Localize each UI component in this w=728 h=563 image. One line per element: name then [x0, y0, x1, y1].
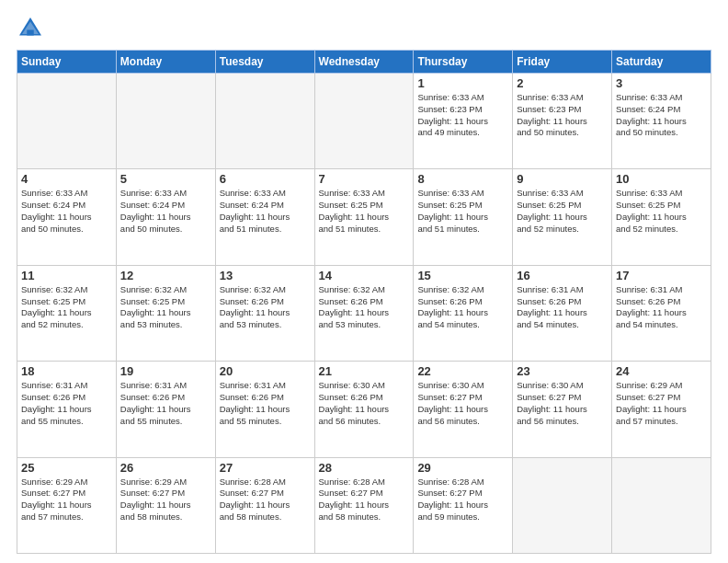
calendar-cell: 7Sunrise: 6:33 AM Sunset: 6:25 PM Daylig…: [314, 169, 414, 265]
logo: [17, 15, 48, 42]
day-number: 7: [319, 172, 410, 186]
day-number: 23: [517, 364, 608, 378]
calendar-cell: 28Sunrise: 6:28 AM Sunset: 6:27 PM Dayli…: [314, 457, 414, 553]
day-number: 10: [616, 172, 707, 186]
day-info: Sunrise: 6:31 AM Sunset: 6:26 PM Dayligh…: [21, 380, 112, 427]
calendar-header-tuesday: Tuesday: [215, 51, 314, 74]
day-info: Sunrise: 6:33 AM Sunset: 6:24 PM Dayligh…: [21, 188, 112, 235]
day-number: 11: [21, 269, 112, 282]
day-number: 28: [319, 461, 410, 475]
day-info: Sunrise: 6:33 AM Sunset: 6:23 PM Dayligh…: [517, 92, 608, 139]
calendar-cell: [17, 74, 117, 169]
calendar-header-row: SundayMondayTuesdayWednesdayThursdayFrid…: [17, 51, 711, 74]
day-info: Sunrise: 6:33 AM Sunset: 6:25 PM Dayligh…: [517, 188, 608, 235]
calendar-cell: 24Sunrise: 6:29 AM Sunset: 6:27 PM Dayli…: [612, 362, 711, 457]
day-number: 8: [417, 172, 508, 186]
svg-rect-2: [27, 30, 34, 36]
calendar-cell: 29Sunrise: 6:28 AM Sunset: 6:27 PM Dayli…: [414, 457, 513, 553]
calendar-cell: 1Sunrise: 6:33 AM Sunset: 6:23 PM Daylig…: [414, 74, 513, 169]
day-number: 16: [517, 269, 608, 282]
day-info: Sunrise: 6:29 AM Sunset: 6:27 PM Dayligh…: [21, 477, 112, 523]
day-number: 26: [120, 461, 211, 475]
day-info: Sunrise: 6:30 AM Sunset: 6:26 PM Dayligh…: [319, 380, 410, 427]
day-number: 13: [220, 269, 311, 282]
day-info: Sunrise: 6:28 AM Sunset: 6:27 PM Dayligh…: [319, 477, 410, 523]
calendar: SundayMondayTuesdayWednesdayThursdayFrid…: [17, 50, 711, 554]
calendar-cell: 14Sunrise: 6:32 AM Sunset: 6:26 PM Dayli…: [314, 265, 414, 361]
day-info: Sunrise: 6:33 AM Sunset: 6:25 PM Dayligh…: [319, 188, 410, 235]
calendar-cell: [116, 74, 215, 169]
calendar-header-saturday: Saturday: [612, 51, 711, 74]
day-info: Sunrise: 6:30 AM Sunset: 6:27 PM Dayligh…: [417, 380, 508, 427]
calendar-cell: 9Sunrise: 6:33 AM Sunset: 6:25 PM Daylig…: [513, 169, 612, 265]
calendar-cell: [215, 74, 314, 169]
calendar-week-4: 25Sunrise: 6:29 AM Sunset: 6:27 PM Dayli…: [17, 457, 711, 553]
day-number: 20: [220, 364, 311, 378]
calendar-cell: 20Sunrise: 6:31 AM Sunset: 6:26 PM Dayli…: [215, 362, 314, 457]
calendar-cell: 18Sunrise: 6:31 AM Sunset: 6:26 PM Dayli…: [17, 362, 117, 457]
day-number: 12: [120, 269, 211, 282]
day-info: Sunrise: 6:33 AM Sunset: 6:24 PM Dayligh…: [120, 188, 211, 235]
logo-icon: [17, 15, 44, 42]
day-number: 19: [120, 364, 211, 378]
calendar-week-3: 18Sunrise: 6:31 AM Sunset: 6:26 PM Dayli…: [17, 362, 711, 457]
day-info: Sunrise: 6:29 AM Sunset: 6:27 PM Dayligh…: [616, 380, 707, 427]
day-info: Sunrise: 6:33 AM Sunset: 6:24 PM Dayligh…: [220, 188, 311, 235]
day-number: 5: [120, 172, 211, 186]
day-info: Sunrise: 6:32 AM Sunset: 6:26 PM Dayligh…: [220, 284, 311, 331]
calendar-cell: 16Sunrise: 6:31 AM Sunset: 6:26 PM Dayli…: [513, 265, 612, 361]
calendar-cell: 10Sunrise: 6:33 AM Sunset: 6:25 PM Dayli…: [612, 169, 711, 265]
calendar-week-1: 4Sunrise: 6:33 AM Sunset: 6:24 PM Daylig…: [17, 169, 711, 265]
calendar-cell: 11Sunrise: 6:32 AM Sunset: 6:25 PM Dayli…: [17, 265, 117, 361]
calendar-cell: 13Sunrise: 6:32 AM Sunset: 6:26 PM Dayli…: [215, 265, 314, 361]
day-number: 21: [319, 364, 410, 378]
calendar-cell: 21Sunrise: 6:30 AM Sunset: 6:26 PM Dayli…: [314, 362, 414, 457]
calendar-cell: 17Sunrise: 6:31 AM Sunset: 6:26 PM Dayli…: [612, 265, 711, 361]
calendar-cell: 12Sunrise: 6:32 AM Sunset: 6:25 PM Dayli…: [116, 265, 215, 361]
calendar-cell: 27Sunrise: 6:28 AM Sunset: 6:27 PM Dayli…: [215, 457, 314, 553]
calendar-header-sunday: Sunday: [17, 51, 117, 74]
day-number: 22: [417, 364, 508, 378]
calendar-header-wednesday: Wednesday: [314, 51, 414, 74]
day-number: 24: [616, 364, 707, 378]
day-number: 4: [21, 172, 112, 186]
calendar-cell: 19Sunrise: 6:31 AM Sunset: 6:26 PM Dayli…: [116, 362, 215, 457]
calendar-week-0: 1Sunrise: 6:33 AM Sunset: 6:23 PM Daylig…: [17, 74, 711, 169]
day-info: Sunrise: 6:33 AM Sunset: 6:23 PM Dayligh…: [417, 92, 508, 139]
calendar-cell: 25Sunrise: 6:29 AM Sunset: 6:27 PM Dayli…: [17, 457, 117, 553]
day-info: Sunrise: 6:30 AM Sunset: 6:27 PM Dayligh…: [517, 380, 608, 427]
day-info: Sunrise: 6:32 AM Sunset: 6:26 PM Dayligh…: [319, 284, 410, 331]
calendar-week-2: 11Sunrise: 6:32 AM Sunset: 6:25 PM Dayli…: [17, 265, 711, 361]
day-info: Sunrise: 6:32 AM Sunset: 6:25 PM Dayligh…: [120, 284, 211, 331]
day-info: Sunrise: 6:28 AM Sunset: 6:27 PM Dayligh…: [417, 477, 508, 523]
day-info: Sunrise: 6:31 AM Sunset: 6:26 PM Dayligh…: [120, 380, 211, 427]
calendar-cell: 23Sunrise: 6:30 AM Sunset: 6:27 PM Dayli…: [513, 362, 612, 457]
day-number: 18: [21, 364, 112, 378]
calendar-header-friday: Friday: [513, 51, 612, 74]
day-number: 14: [319, 269, 410, 282]
calendar-cell: 8Sunrise: 6:33 AM Sunset: 6:25 PM Daylig…: [414, 169, 513, 265]
page: SundayMondayTuesdayWednesdayThursdayFrid…: [0, 0, 728, 563]
day-number: 2: [517, 76, 608, 90]
day-info: Sunrise: 6:28 AM Sunset: 6:27 PM Dayligh…: [220, 477, 311, 523]
calendar-cell: [314, 74, 414, 169]
day-info: Sunrise: 6:31 AM Sunset: 6:26 PM Dayligh…: [517, 284, 608, 331]
header: [17, 15, 711, 42]
day-number: 29: [417, 461, 508, 475]
calendar-cell: 26Sunrise: 6:29 AM Sunset: 6:27 PM Dayli…: [116, 457, 215, 553]
day-info: Sunrise: 6:32 AM Sunset: 6:26 PM Dayligh…: [417, 284, 508, 331]
day-number: 9: [517, 172, 608, 186]
calendar-cell: 6Sunrise: 6:33 AM Sunset: 6:24 PM Daylig…: [215, 169, 314, 265]
calendar-cell: [612, 457, 711, 553]
calendar-cell: 22Sunrise: 6:30 AM Sunset: 6:27 PM Dayli…: [414, 362, 513, 457]
calendar-cell: 2Sunrise: 6:33 AM Sunset: 6:23 PM Daylig…: [513, 74, 612, 169]
day-info: Sunrise: 6:31 AM Sunset: 6:26 PM Dayligh…: [220, 380, 311, 427]
calendar-header-thursday: Thursday: [414, 51, 513, 74]
day-number: 25: [21, 461, 112, 475]
calendar-cell: 4Sunrise: 6:33 AM Sunset: 6:24 PM Daylig…: [17, 169, 117, 265]
day-info: Sunrise: 6:32 AM Sunset: 6:25 PM Dayligh…: [21, 284, 112, 331]
day-number: 6: [220, 172, 311, 186]
day-info: Sunrise: 6:29 AM Sunset: 6:27 PM Dayligh…: [120, 477, 211, 523]
calendar-cell: 15Sunrise: 6:32 AM Sunset: 6:26 PM Dayli…: [414, 265, 513, 361]
day-info: Sunrise: 6:33 AM Sunset: 6:25 PM Dayligh…: [616, 188, 707, 235]
